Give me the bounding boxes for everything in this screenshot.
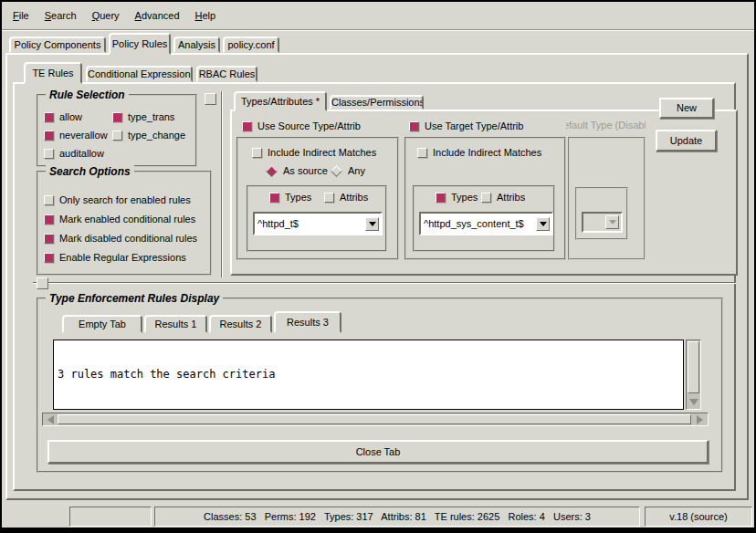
new-button[interactable]: New — [659, 98, 714, 119]
types-attributes-content: Use Source Type/Attrib Include Indirect … — [0, 0, 756, 533]
target-type-combobox[interactable] — [419, 212, 553, 235]
checkbox-target-indirect[interactable]: Include Indirect Matches — [417, 147, 541, 158]
use-target-checkbox-indicator[interactable] — [409, 121, 419, 131]
checkbox-target-types[interactable]: Types — [436, 192, 478, 203]
default-type-combobox — [582, 212, 623, 233]
target-types-label: Types — [451, 192, 478, 203]
checkbox-source-types[interactable]: Types — [269, 192, 311, 203]
as-source-label: As source — [283, 165, 328, 176]
source-type-input[interactable] — [255, 218, 365, 229]
radio-as-source[interactable]: As source — [266, 165, 328, 176]
chevron-down-icon — [540, 222, 547, 226]
te-rules-content: Rule Selection allow type_trans neverall… — [0, 0, 756, 533]
app-window: File Search Query Advanced Help Policy C… — [0, 0, 756, 533]
target-attribs-checkbox-indicator[interactable] — [481, 193, 491, 203]
checkbox-target-attribs[interactable]: Attribs — [481, 192, 525, 203]
source-types-checkbox-indicator[interactable] — [269, 193, 279, 203]
default-type-label: Default Type (Disabled) — [566, 120, 646, 131]
use-source-checkbox-indicator[interactable] — [242, 121, 252, 131]
source-indirect-label: Include Indirect Matches — [268, 147, 376, 158]
target-type-input[interactable] — [421, 218, 536, 229]
target-combo-dropdown-button[interactable] — [536, 217, 550, 231]
as-source-radio-indicator[interactable] — [266, 165, 278, 177]
checkbox-source-indirect[interactable]: Include Indirect Matches — [252, 147, 376, 158]
default-combo-dropdown-button — [605, 215, 619, 229]
target-attribs-label: Attribs — [497, 192, 525, 203]
target-types-checkbox-indicator[interactable] — [436, 193, 446, 203]
any-radio-indicator[interactable] — [331, 165, 342, 177]
target-indirect-checkbox-indicator[interactable] — [417, 148, 427, 158]
update-button[interactable]: Update — [656, 130, 717, 152]
default-type-input — [583, 217, 605, 228]
any-label: Any — [348, 165, 365, 176]
source-type-combobox[interactable] — [253, 212, 383, 235]
target-indirect-label: Include Indirect Matches — [433, 147, 541, 158]
chevron-down-icon — [609, 220, 616, 225]
radio-any[interactable]: Any — [331, 165, 365, 176]
source-indirect-checkbox-indicator[interactable] — [252, 148, 262, 158]
chevron-down-icon — [369, 222, 376, 226]
default-type-label-clip: Default Type (Disabled) — [566, 120, 646, 132]
use-target-label: Use Target Type/Attrib — [425, 120, 523, 131]
source-types-label: Types — [285, 192, 311, 203]
source-attribs-label: Attribs — [340, 192, 368, 203]
checkbox-source-attribs[interactable]: Attribs — [324, 192, 368, 203]
checkbox-use-source[interactable]: Use Source Type/Attrib — [242, 120, 361, 131]
source-combo-dropdown-button[interactable] — [365, 217, 379, 231]
use-source-label: Use Source Type/Attrib — [257, 120, 361, 131]
source-attribs-checkbox-indicator[interactable] — [324, 193, 334, 203]
checkbox-use-target[interactable]: Use Target Type/Attrib — [409, 120, 523, 131]
